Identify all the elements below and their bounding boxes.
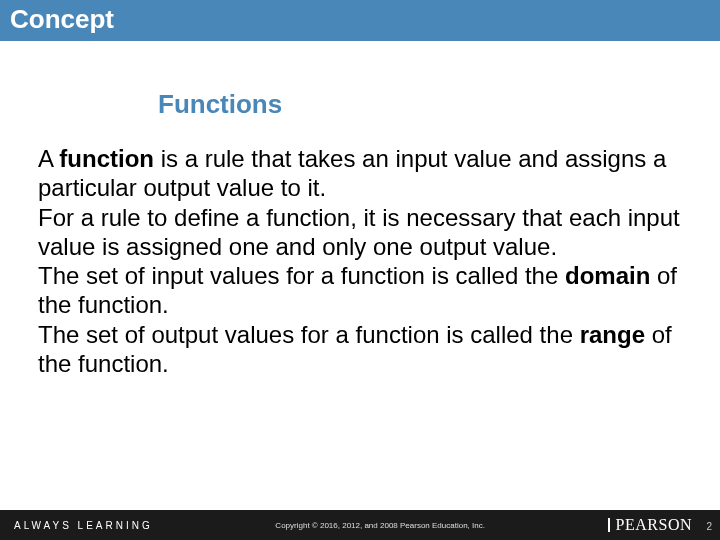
- p4-pre: The set of output values for a function …: [38, 321, 580, 348]
- brand-bar-icon: [608, 518, 610, 532]
- slide-subtitle: Functions: [158, 89, 690, 120]
- content-area: Functions A function is a rule that take…: [0, 41, 720, 540]
- footer-copyright: Copyright © 2016, 2012, and 2008 Pearson…: [153, 521, 608, 530]
- p3-term: domain: [565, 262, 650, 289]
- footer-tagline: ALWAYS LEARNING: [0, 520, 153, 531]
- p4-term: range: [580, 321, 645, 348]
- footer-bar: ALWAYS LEARNING Copyright © 2016, 2012, …: [0, 510, 720, 540]
- p1-pre: A: [38, 145, 59, 172]
- body-text: A function is a rule that takes an input…: [38, 144, 690, 378]
- header-bar: Concept: [0, 0, 720, 41]
- p1-term: function: [59, 145, 154, 172]
- brand-text: PEARSON: [616, 516, 692, 534]
- slide: Concept Functions A function is a rule t…: [0, 0, 720, 540]
- footer-brand: PEARSON: [608, 516, 720, 534]
- page-number: 2: [706, 521, 712, 532]
- p2: For a rule to define a function, it is n…: [38, 204, 680, 260]
- slide-category: Concept: [10, 4, 114, 34]
- p3-pre: The set of input values for a function i…: [38, 262, 565, 289]
